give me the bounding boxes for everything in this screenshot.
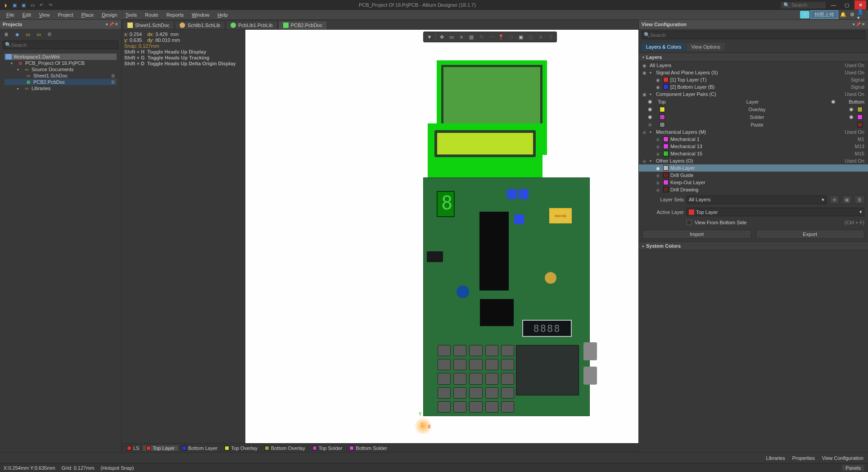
link-view-config[interactable]: View Configuration: [822, 455, 863, 461]
tree-sheet[interactable]: ▭Sheet1.SchDoc🗎: [5, 73, 117, 79]
ls-button[interactable]: LS: [123, 445, 143, 451]
panels-button[interactable]: Panels: [842, 465, 864, 471]
proj-btn-5[interactable]: ⚙: [46, 31, 53, 38]
close-button[interactable]: ✕: [854, 0, 866, 9]
ls-bottom-overlay[interactable]: Bottom Overlay: [261, 445, 309, 451]
menu-project[interactable]: Project: [54, 11, 77, 18]
import-button[interactable]: Import: [642, 230, 751, 239]
layer-sets-save-icon[interactable]: ▣: [842, 195, 852, 204]
user-icon[interactable]: 👤▾: [857, 11, 865, 19]
ab-region-icon[interactable]: ⬠: [506, 32, 516, 41]
maximize-button[interactable]: ▢: [841, 0, 853, 9]
settings-icon[interactable]: ⚙: [848, 11, 856, 19]
panel-pin-icon[interactable]: 📌: [109, 22, 114, 27]
panel-dropdown-icon[interactable]: ▾: [106, 22, 108, 27]
pcb-canvas[interactable]: ▼ ✥ ▭ ≡ ▥ ✎ 〰 📍 ⬠ ▣ ◫ A ⋮: [245, 30, 638, 443]
undo-icon[interactable]: ↶: [38, 1, 45, 9]
ab-snap-icon[interactable]: ▥: [466, 32, 476, 41]
menu-reports[interactable]: Reports: [163, 11, 187, 18]
proj-btn-1[interactable]: 🗎: [3, 31, 10, 38]
filter-icon[interactable]: ▼: [425, 32, 434, 41]
view-bottom-checkbox[interactable]: [687, 220, 692, 225]
ab-net-icon[interactable]: 〰: [486, 32, 496, 41]
upload-button[interactable]: 拍照上传: [810, 10, 838, 19]
ab-more-icon[interactable]: ⋮: [546, 32, 556, 41]
open-icon[interactable]: ▭: [29, 1, 36, 9]
row-drill-drawing[interactable]: ◉Drill Drawing: [639, 186, 868, 193]
ls-bottom[interactable]: Bottom Layer: [178, 445, 221, 451]
row-m15[interactable]: ◉Mechanical 15M15: [639, 150, 868, 157]
section-system-colors[interactable]: ▸System Colors: [639, 241, 868, 250]
menu-view[interactable]: View: [36, 11, 54, 18]
vc-dropdown-icon[interactable]: ▾: [853, 22, 855, 27]
tab-layers-colors[interactable]: Layers & Colors: [642, 43, 686, 51]
ab-pad-icon[interactable]: ◫: [526, 32, 536, 41]
share-button[interactable]: ↗: [800, 11, 809, 18]
tab-sheet1[interactable]: Sheet1.SchDoc: [122, 21, 174, 29]
ls-top-solder[interactable]: Top Solder: [309, 445, 346, 451]
tab-pcb2[interactable]: PCB2.PcbDoc: [278, 21, 327, 29]
ab-text-icon[interactable]: A: [536, 32, 546, 41]
minimize-button[interactable]: —: [827, 0, 839, 9]
menu-route[interactable]: Route: [141, 11, 162, 18]
ab-crop-icon[interactable]: ▣: [516, 32, 526, 41]
row-top-layer[interactable]: ◉[1] Top Layer (T)Signal: [639, 76, 868, 83]
row-pair-solder[interactable]: ◉Solder◉: [639, 113, 868, 121]
tab-pcblib[interactable]: PcbLib1.PcbLib: [226, 21, 277, 29]
ls-top[interactable]: Top Layer: [143, 445, 178, 451]
row-multi-layer[interactable]: ◉Multi-Layer: [639, 164, 868, 172]
proj-btn-3[interactable]: ▭: [24, 31, 32, 38]
export-button[interactable]: Export: [756, 230, 865, 239]
section-layers[interactable]: ▾Layers: [639, 53, 868, 62]
tab-view-options[interactable]: View Options: [687, 43, 725, 51]
tree-pcb[interactable]: ▦PCB2.PcbDoc🗎: [5, 79, 117, 85]
row-all-layers[interactable]: ◉All LayersUsed On: [639, 62, 868, 69]
row-keepout[interactable]: ◉Keep-Out Layer: [639, 179, 868, 186]
global-search[interactable]: 🔍: [781, 2, 826, 9]
menu-tools[interactable]: Tools: [122, 11, 140, 18]
ab-move-icon[interactable]: ✥: [437, 32, 447, 41]
layer-sets-add-icon[interactable]: ⊕: [829, 195, 839, 204]
row-pair-paste[interactable]: ◉Paste: [639, 121, 868, 128]
row-m1[interactable]: ◉Mechanical 1M1: [639, 136, 868, 143]
link-libraries[interactable]: Libraries: [766, 455, 785, 461]
ls-bottom-solder[interactable]: Bottom Solder: [346, 445, 391, 451]
tree-source-docs[interactable]: ▾▭Source Documents: [5, 66, 117, 73]
row-signal-plane[interactable]: ◉▾Signal And Plane Layers (S)Used On: [639, 69, 868, 76]
row-drill-guide[interactable]: ◉Drill Guide: [639, 172, 868, 179]
row-mechanical[interactable]: ◉▾Mechanical Layers (M)Used On: [639, 128, 868, 136]
ls-top-overlay[interactable]: Top Overlay: [221, 445, 261, 451]
menu-design[interactable]: Design: [98, 11, 121, 18]
tree-project[interactable]: ▾▦PCB_Project Of 18.PrjPCB: [5, 60, 117, 66]
layer-sets-delete-icon[interactable]: 🗑: [854, 195, 864, 204]
proj-btn-4[interactable]: ▭: [35, 31, 42, 38]
save-all-icon[interactable]: ▣: [20, 1, 27, 9]
link-properties[interactable]: Properties: [792, 455, 815, 461]
tree-libraries[interactable]: ▸▭Libraries: [5, 85, 117, 91]
vc-close-icon[interactable]: ✕: [862, 22, 865, 27]
menu-window[interactable]: Window: [188, 11, 213, 18]
global-search-input[interactable]: [791, 2, 823, 8]
ab-select-icon[interactable]: ▭: [447, 32, 457, 41]
ab-pin-icon[interactable]: 📍: [496, 32, 506, 41]
menu-file[interactable]: FFileile: [3, 11, 18, 18]
proj-btn-2[interactable]: ◆: [14, 31, 21, 38]
menu-place[interactable]: Place: [78, 11, 98, 18]
row-other[interactable]: ◉▾Other Layers (O)Used On: [639, 157, 868, 164]
menu-help[interactable]: Help: [214, 11, 231, 18]
redo-icon[interactable]: ↷: [47, 1, 54, 9]
vc-search-input[interactable]: [650, 32, 863, 38]
active-layer-select[interactable]: Top Layer▾: [687, 208, 864, 216]
vc-search[interactable]: 🔍: [642, 31, 865, 39]
vc-pin-icon[interactable]: 📌: [856, 22, 861, 27]
tree-workspace[interactable]: Workspace1.DsnWrk: [5, 54, 117, 60]
save-icon[interactable]: ▣: [11, 1, 18, 9]
ab-highlight-icon[interactable]: ✎: [476, 32, 486, 41]
panel-close-icon[interactable]: ✕: [115, 22, 118, 27]
menu-edit[interactable]: Edit: [19, 11, 35, 18]
row-component-pairs[interactable]: ◉▾Component Layer Pairs (C)Used On: [639, 91, 868, 98]
row-m13[interactable]: ◉Mechanical 13M13: [639, 143, 868, 150]
tab-schlib[interactable]: Schlib1.SchLib: [175, 21, 225, 29]
ab-align-icon[interactable]: ≡: [457, 32, 466, 41]
projects-search-input[interactable]: [11, 42, 116, 48]
